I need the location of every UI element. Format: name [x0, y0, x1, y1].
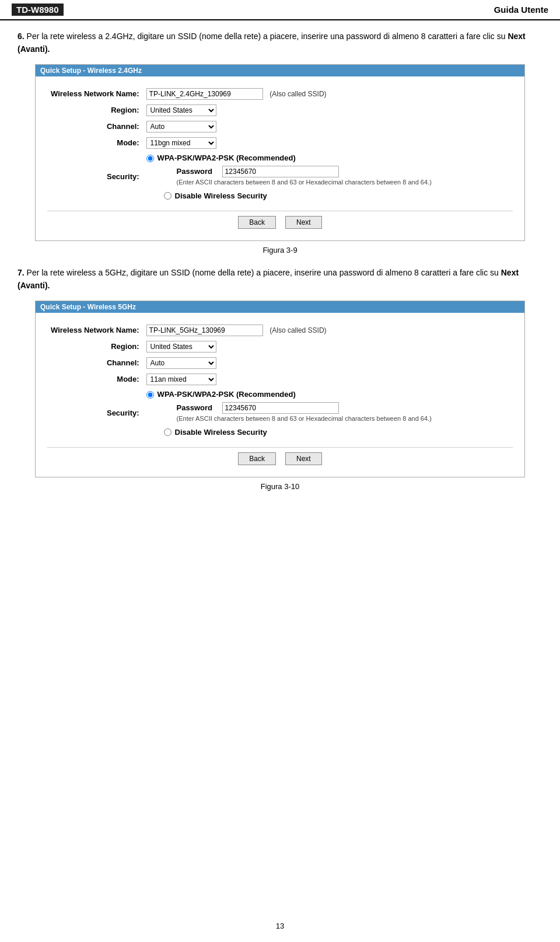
- guide-label: Guida Utente: [494, 5, 548, 15]
- table-row-channel: Channel: Auto: [47, 118, 513, 135]
- ssid2-label: Wireless Network Name:: [47, 322, 143, 339]
- table-row-channel2: Channel: Auto: [47, 355, 513, 371]
- figure1-box: Quick Setup - Wireless 2.4GHz Wireless N…: [35, 64, 525, 241]
- table-row-region: Region: United States: [47, 102, 513, 118]
- channel-select[interactable]: Auto: [146, 121, 216, 132]
- mode-label: Mode:: [47, 135, 143, 151]
- region-label: Region:: [47, 102, 143, 118]
- table-row-mode: Mode: 11bgn mixed: [47, 135, 513, 151]
- section6-intro: 6. Per la rete wireless a 2.4GHz, digita…: [18, 30, 542, 56]
- table-row-ssid: Wireless Network Name: (Also called SSID…: [47, 86, 513, 102]
- section6-text: Per la rete wireless a 2.4GHz, digitare …: [27, 32, 508, 41]
- disable2-radio[interactable]: [164, 428, 172, 436]
- figure2-form-table: Wireless Network Name: (Also called SSID…: [47, 322, 513, 439]
- also-ssid2-label: (Also called SSID): [270, 326, 326, 334]
- ssid-label: Wireless Network Name:: [47, 86, 143, 102]
- table-row-mode2: Mode: 11an mixed: [47, 371, 513, 388]
- channel2-select[interactable]: Auto: [146, 357, 216, 369]
- wpa2-radio[interactable]: [146, 391, 154, 399]
- region-value-cell: United States: [143, 102, 513, 118]
- channel2-label: Channel:: [47, 355, 143, 371]
- figure2-caption: Figura 3-10: [18, 482, 542, 491]
- mode-select[interactable]: 11bgn mixed: [146, 137, 216, 149]
- section7-number: 7.: [18, 268, 24, 277]
- figure2-button-row: Back Next: [47, 447, 513, 465]
- figure1-title: Quick Setup - Wireless 2.4GHz: [36, 65, 524, 76]
- section7-text: Per la rete wireless a 5GHz, digitare un…: [27, 268, 501, 277]
- disable2-row: Disable Wireless Security: [164, 428, 509, 437]
- figure1-caption: Figura 3-9: [18, 246, 542, 254]
- mode-value-cell: 11bgn mixed: [143, 135, 513, 151]
- table-row-security: Security: WPA-PSK/WPA2-PSK (Recommended)…: [47, 151, 513, 203]
- ssid2-input[interactable]: [146, 325, 263, 336]
- security-label: Security:: [47, 151, 143, 203]
- hint-text: (Enter ASCII characters between 8 and 63…: [177, 179, 509, 186]
- also-ssid-label: (Also called SSID): [270, 90, 326, 98]
- figure2-box: Quick Setup - Wireless 5GHz Wireless Net…: [35, 301, 525, 477]
- figure2-title: Quick Setup - Wireless 5GHz: [36, 301, 524, 313]
- figure2-next-button[interactable]: Next: [285, 452, 322, 465]
- security2-options-cell: WPA-PSK/WPA2-PSK (Recommended) Password …: [143, 388, 513, 439]
- mode2-value-cell: 11an mixed: [143, 371, 513, 388]
- figure1-content: Wireless Network Name: (Also called SSID…: [36, 76, 524, 240]
- mode2-label: Mode:: [47, 371, 143, 388]
- figure2-back-button[interactable]: Back: [238, 452, 276, 465]
- table-row-region2: Region: United States: [47, 339, 513, 355]
- security2-label: Security:: [47, 388, 143, 439]
- section6-number: 6.: [18, 32, 24, 41]
- table-row-security2: Security: WPA-PSK/WPA2-PSK (Recommended)…: [47, 388, 513, 439]
- section7-intro: 7. Per la rete wireless a 5GHz, digitare…: [18, 266, 542, 292]
- figure1-button-row: Back Next: [47, 211, 513, 229]
- table-row-ssid2: Wireless Network Name: (Also called SSID…: [47, 322, 513, 339]
- main-content: 6. Per la rete wireless a 2.4GHz, digita…: [0, 30, 560, 491]
- region2-value-cell: United States: [143, 339, 513, 355]
- region2-select[interactable]: United States: [146, 341, 216, 353]
- mode2-select[interactable]: 11an mixed: [146, 374, 216, 385]
- disable2-label: Disable Wireless Security: [175, 428, 267, 437]
- password2-label: Password: [177, 403, 218, 412]
- figure1-next-button[interactable]: Next: [285, 216, 322, 229]
- password-input[interactable]: [222, 166, 339, 177]
- model-label: TD-W8980: [12, 4, 64, 16]
- disable-label: Disable Wireless Security: [175, 191, 267, 200]
- page-number: 13: [0, 922, 560, 930]
- disable-radio[interactable]: [164, 192, 172, 200]
- wpa-radio[interactable]: [146, 155, 154, 162]
- ssid-value-cell: (Also called SSID): [143, 86, 513, 102]
- hint2-text: (Enter ASCII characters between 8 and 63…: [177, 415, 509, 422]
- channel-value-cell: Auto: [143, 118, 513, 135]
- wpa-label: WPA-PSK/WPA2-PSK (Recommended): [158, 153, 296, 162]
- channel-label: Channel:: [47, 118, 143, 135]
- ssid2-value-cell: (Also called SSID): [143, 322, 513, 339]
- password2-row: Password: [177, 402, 509, 414]
- region2-label: Region:: [47, 339, 143, 355]
- region-select[interactable]: United States: [146, 104, 216, 116]
- password-label: Password: [177, 167, 218, 176]
- channel2-value-cell: Auto: [143, 355, 513, 371]
- figure1-form-table: Wireless Network Name: (Also called SSID…: [47, 86, 513, 203]
- security-options-cell: WPA-PSK/WPA2-PSK (Recommended) Password …: [143, 151, 513, 203]
- password2-input[interactable]: [222, 402, 339, 414]
- wpa-option: WPA-PSK/WPA2-PSK (Recommended): [146, 153, 509, 162]
- page-header: TD-W8980 Guida Utente: [0, 0, 560, 20]
- ssid-input[interactable]: [146, 88, 263, 100]
- wpa2-label: WPA-PSK/WPA2-PSK (Recommended): [158, 390, 296, 399]
- disable-row: Disable Wireless Security: [164, 191, 509, 200]
- wpa2-option: WPA-PSK/WPA2-PSK (Recommended): [146, 390, 509, 399]
- figure2-content: Wireless Network Name: (Also called SSID…: [36, 313, 524, 477]
- password-row: Password: [177, 166, 509, 177]
- figure1-back-button[interactable]: Back: [238, 216, 276, 229]
